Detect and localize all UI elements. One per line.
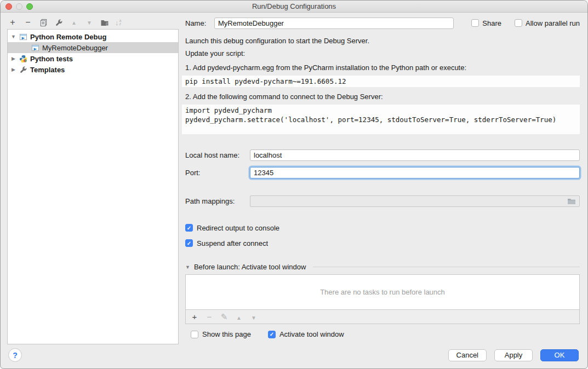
python-tests-icon: [19, 55, 27, 63]
section-divider: [313, 267, 580, 267]
name-label: Name:: [185, 19, 214, 27]
tree-item-python-tests[interactable]: ▶ Python tests: [8, 53, 178, 64]
show-this-page-checkbox[interactable]: [191, 331, 198, 338]
redirect-output-checkbox[interactable]: ✓: [185, 224, 193, 232]
move-up-button: ▲: [69, 18, 79, 27]
dialog-footer: ? Cancel Apply OK: [1, 343, 587, 368]
redirect-output-label: Redirect output to console: [197, 224, 279, 232]
instruction-line: Launch this debug configuration to start…: [185, 36, 580, 45]
tree-item-myremotedebugger[interactable]: MyRemoteDebugger: [8, 42, 178, 53]
instruction-step-2: 2. Add the following command to connect …: [185, 92, 580, 101]
footer-buttons: Cancel Apply OK: [448, 349, 579, 361]
move-task-down-button: ▼: [250, 312, 258, 321]
name-input[interactable]: [214, 18, 454, 29]
run-debug-configurations-dialog: Run/Debug Configurations + − ▲ ▼: [0, 0, 588, 369]
path-mappings-field[interactable]: [250, 195, 580, 207]
suspend-after-connect-label: Suspend after connect: [197, 239, 268, 247]
port-row: Port:: [185, 166, 580, 179]
allow-parallel-run-label: Allow parallel run: [526, 19, 580, 27]
remove-configuration-button[interactable]: −: [23, 18, 33, 27]
disclosure-collapsed-icon[interactable]: ▶: [10, 56, 16, 61]
port-input[interactable]: [250, 167, 580, 178]
tree-item-templates[interactable]: ▶ Templates: [8, 64, 178, 75]
tree-item-label: Python tests: [30, 55, 73, 63]
remove-task-button: −: [205, 312, 213, 321]
empty-tasks-message: There are no tasks to run before launch: [320, 288, 445, 296]
local-host-input[interactable]: [250, 149, 580, 161]
activate-tool-window-checkbox[interactable]: ✓: [268, 331, 276, 338]
disclosure-expanded-icon[interactable]: ▼: [10, 34, 16, 39]
pip-install-code: pip install pydevd-pycharm~=191.6605.12: [182, 76, 580, 87]
instruction-step-1: 1. Add pydevd-pycharm.egg from the PyCha…: [185, 63, 580, 72]
configurations-tree: ▼ Python Remote Debug MyRemoteDebugger: [7, 29, 179, 344]
port-label: Port:: [185, 169, 250, 177]
sort-alphabetically-icon: ↓ az: [115, 19, 121, 27]
edit-task-pencil-icon: ✎: [220, 312, 228, 322]
allow-parallel-run-checkbox[interactable]: [515, 19, 522, 27]
local-host-row: Local host name:: [185, 149, 580, 162]
add-task-button[interactable]: +: [191, 312, 198, 321]
window-title: Run/Debug Configurations: [1, 1, 587, 13]
suspend-after-connect-row: ✓ Suspend after connect: [185, 239, 580, 247]
move-task-up-button: ▲: [235, 312, 243, 321]
local-host-label: Local host name:: [185, 151, 250, 159]
activate-tool-window-label: Activate tool window: [279, 330, 344, 338]
show-this-page-label: Show this page: [202, 330, 251, 338]
tree-item-python-remote-debug[interactable]: ▼ Python Remote Debug: [8, 31, 178, 42]
apply-button[interactable]: Apply: [494, 349, 533, 361]
titlebar: Run/Debug Configurations: [1, 1, 587, 13]
configuration-form: Name: Share Allow parallel run Launch th…: [185, 17, 580, 338]
instruction-line: Update your script:: [185, 49, 580, 58]
copy-configuration-icon[interactable]: [38, 18, 48, 27]
add-configuration-button[interactable]: +: [8, 18, 18, 27]
configurations-toolbar: + − ▲ ▼ ↓ az: [8, 16, 121, 28]
run-config-icon: [31, 44, 39, 52]
ok-button[interactable]: OK: [540, 349, 579, 361]
share-label: Share: [482, 19, 501, 27]
before-launch-toolbar: + − ✎ ▲ ▼: [185, 310, 580, 324]
tree-item-label: Python Remote Debug: [30, 33, 106, 41]
help-button[interactable]: ?: [8, 348, 22, 362]
tree-item-label: Templates: [30, 66, 65, 74]
redirect-output-row: ✓ Redirect output to console: [185, 223, 580, 232]
disclosure-expanded-icon[interactable]: ▼: [185, 264, 190, 270]
name-row-checkboxes: Share Allow parallel run: [471, 19, 580, 27]
code-line: pydevd_pycharm.settrace('localhost', por…: [185, 115, 576, 124]
browse-folder-icon[interactable]: [567, 198, 576, 205]
code-line: import pydevd_pycharm: [185, 106, 576, 115]
new-folder-icon[interactable]: [100, 18, 110, 27]
edit-templates-wrench-icon[interactable]: [54, 18, 64, 27]
tree-item-label: MyRemoteDebugger: [42, 44, 108, 52]
share-checkbox[interactable]: [471, 19, 479, 27]
before-launch-tasks-list[interactable]: There are no tasks to run before launch: [185, 274, 580, 310]
before-launch-title: Before launch: Activate tool window: [194, 263, 306, 271]
disclosure-collapsed-icon[interactable]: ▶: [10, 67, 16, 72]
name-row: Name: Share Allow parallel run: [185, 17, 580, 29]
run-config-icon: [19, 33, 27, 41]
before-launch-header[interactable]: ▼ Before launch: Activate tool window: [185, 263, 580, 271]
suspend-after-connect-checkbox[interactable]: ✓: [185, 239, 193, 247]
path-mappings-label: Path mappings:: [185, 197, 250, 205]
show-page-row: Show this page ✓ Activate tool window: [185, 330, 580, 338]
path-mappings-row: Path mappings:: [185, 195, 580, 207]
move-down-button: ▼: [84, 18, 94, 27]
cancel-button[interactable]: Cancel: [448, 349, 487, 361]
settrace-code: import pydevd_pycharm pydevd_pycharm.set…: [182, 105, 580, 134]
wrench-icon: [19, 66, 27, 74]
instructions: Launch this debug configuration to start…: [185, 36, 580, 134]
